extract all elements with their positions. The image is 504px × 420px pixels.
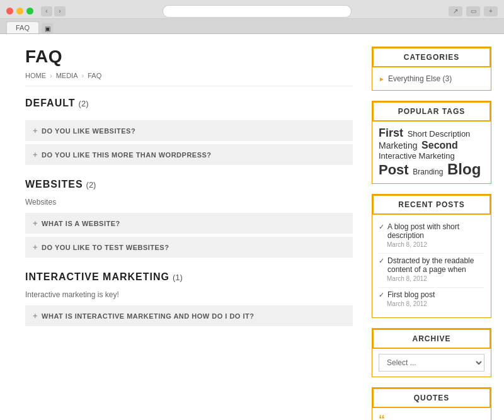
categories-widget: CATEGORIES ► Everything Else (3)	[372, 47, 491, 91]
faq-section-websites: WEBSITES (2) Websites + WHAT IS A WEBSIT…	[25, 179, 353, 258]
recent-post-title-2[interactable]: ✓ Dstracted by the readable content of a…	[379, 256, 484, 274]
quotes-widget: QUOTES “ It is easier to go down a hill …	[372, 387, 491, 420]
back-button[interactable]: ‹	[41, 6, 52, 16]
recent-posts-widget-title: RECENT POSTS	[372, 195, 491, 215]
faq-plus-icon: +	[33, 311, 38, 321]
faq-item-label: WHAT IS A WEBSITE?	[42, 220, 120, 227]
window-controls	[6, 8, 33, 14]
quotes-widget-title: QUOTES	[372, 388, 491, 408]
archive-select[interactable]: Select ...	[379, 354, 484, 372]
categories-widget-title: CATEGORIES	[372, 47, 491, 67]
section-heading-default: DEFAULT	[25, 98, 76, 109]
faq-plus-icon: +	[33, 219, 38, 228]
breadcrumb-home[interactable]: HOME	[25, 72, 46, 79]
recent-post-date-2: March 8, 2012	[379, 275, 484, 282]
faq-section-default: DEFAULT (2) + DO YOU LIKE WEBSITES? + DO…	[25, 98, 353, 165]
tag-branding[interactable]: Branding	[413, 167, 443, 176]
faq-item-label: WHAT IS INTERACTIVE MARKETING AND HOW DO…	[42, 312, 254, 320]
section-heading-interactive-marketing: INTERACTIVE MARKETING	[25, 271, 169, 283]
section-count-websites: (2)	[86, 180, 96, 190]
recent-post-text: A blog post with short description	[387, 222, 484, 240]
recent-posts-widget-content: ✓ A blog post with short description Mar…	[372, 215, 491, 317]
main-content: FAQ HOME › MEDIA › FAQ DEFAULT (2)	[25, 47, 353, 420]
quotes-widget-content: “ It is easier to go down a hill than up…	[372, 408, 491, 420]
close-window-button[interactable]	[6, 8, 13, 14]
faq-item-5[interactable]: + WHAT IS INTERACTIVE MARKETING AND HOW …	[25, 305, 353, 326]
bookmark-button[interactable]: ▭	[466, 6, 480, 16]
popular-tags-widget-title: POPULAR TAGS	[372, 101, 491, 122]
archive-widget-title: ARCHIVE	[372, 329, 491, 349]
tag-second[interactable]: Second	[421, 140, 458, 150]
page-title: FAQ	[25, 47, 353, 67]
faq-item-2[interactable]: + DO YOU LIKE THIS MORE THAN WORDPRESS?	[25, 144, 353, 165]
share-button[interactable]: ↗	[449, 6, 462, 16]
category-arrow-icon: ►	[379, 76, 385, 82]
faq-plus-icon: +	[33, 242, 38, 252]
recent-post-item-1: ✓ A blog post with short description Mar…	[379, 220, 484, 254]
tab-label: FAQ	[16, 24, 30, 31]
faq-item-label: DO YOU LIKE WEBSITES?	[42, 127, 135, 135]
breadcrumb-faq: FAQ	[88, 72, 101, 79]
tags-container: First Short Description Marketing Second…	[372, 122, 491, 183]
faq-item-label: DO YOU LIKE THIS MORE THAN WORDPRESS?	[42, 151, 211, 159]
browser-tab[interactable]: FAQ	[6, 21, 39, 33]
tag-post[interactable]: Post	[379, 162, 409, 178]
minimize-window-button[interactable]	[16, 8, 23, 14]
popular-tags-widget: POPULAR TAGS First Short Description Mar…	[372, 101, 491, 184]
checkmark-icon: ✓	[379, 257, 384, 265]
checkmark-icon: ✓	[379, 223, 384, 231]
tag-interactive-marketing[interactable]: Interactive Marketing	[379, 151, 455, 161]
maximize-window-button[interactable]	[26, 8, 33, 14]
breadcrumb-media[interactable]: MEDIA	[56, 72, 78, 79]
archive-widget: ARCHIVE Select ...	[372, 328, 491, 377]
faq-item-1[interactable]: + DO YOU LIKE WEBSITES?	[25, 120, 353, 141]
recent-post-text: Dstracted by the readable content of a p…	[387, 256, 484, 274]
faq-plus-icon: +	[33, 150, 38, 159]
faq-item-3[interactable]: + WHAT IS A WEBSITE?	[25, 213, 353, 234]
recent-post-item-3: ✓ First blog post March 8, 2012	[379, 288, 484, 312]
recent-post-date-3: March 8, 2012	[379, 300, 484, 307]
recent-post-item-2: ✓ Dstracted by the readable content of a…	[379, 254, 484, 288]
forward-button[interactable]: ›	[54, 6, 66, 16]
sidebar: CATEGORIES ► Everything Else (3) POPULAR…	[372, 47, 491, 420]
recent-post-title-1[interactable]: ✓ A blog post with short description	[379, 222, 484, 240]
recent-posts-widget: RECENT POSTS ✓ A blog post with short de…	[372, 194, 491, 318]
tag-marketing[interactable]: Marketing	[379, 140, 417, 150]
breadcrumb: HOME › MEDIA › FAQ	[25, 72, 353, 86]
section-sub-websites: Websites	[25, 198, 353, 207]
category-item[interactable]: ► Everything Else (3)	[379, 72, 484, 85]
section-count-interactive-marketing: (1)	[173, 273, 183, 282]
tag-first[interactable]: First	[379, 127, 403, 139]
address-bar[interactable]	[163, 5, 352, 18]
quote-open-icon: “	[379, 413, 484, 420]
tag-blog[interactable]: Blog	[447, 161, 481, 178]
faq-plus-icon: +	[33, 126, 38, 135]
tag-short-description[interactable]: Short Description	[408, 129, 471, 139]
archive-widget-content: Select ...	[372, 349, 491, 377]
recent-post-date-1: March 8, 2012	[379, 241, 484, 248]
browser-navigation: ‹ ›	[41, 6, 66, 16]
checkmark-icon: ✓	[379, 291, 384, 299]
section-count-default: (2)	[79, 99, 89, 108]
recent-post-text: First blog post	[387, 290, 435, 299]
faq-item-4[interactable]: + DO YOU LIKE TO TEST WEBSITES?	[25, 237, 353, 258]
section-sub-interactive-marketing: Interactive marketing is key!	[25, 290, 353, 299]
recent-post-title-3[interactable]: ✓ First blog post	[379, 290, 484, 299]
categories-widget-content: ► Everything Else (3)	[372, 67, 491, 90]
faq-item-label: DO YOU LIKE TO TEST WEBSITES?	[42, 244, 169, 251]
category-label: Everything Else (3)	[388, 74, 452, 83]
fullscreen-button[interactable]: +	[484, 6, 498, 16]
section-heading-websites: WEBSITES	[25, 179, 83, 190]
new-tab-button[interactable]: ▣	[42, 23, 53, 33]
faq-section-interactive-marketing: INTERACTIVE MARKETING (1) Interactive ma…	[25, 271, 353, 326]
